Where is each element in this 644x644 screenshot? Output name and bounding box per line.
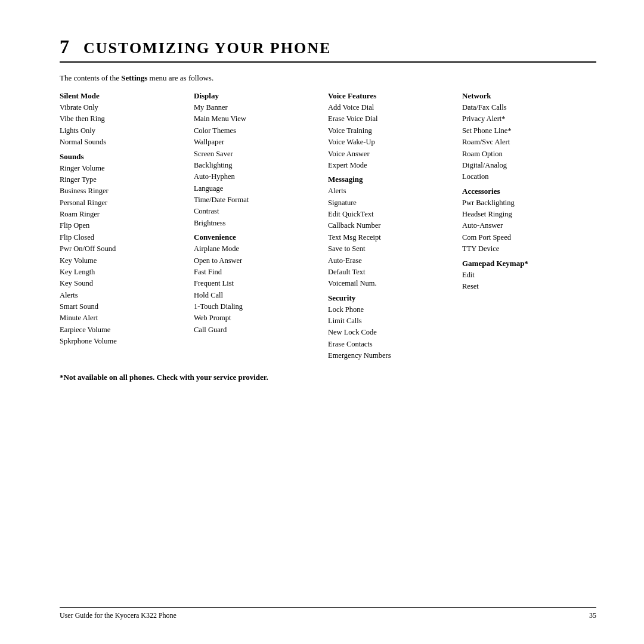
list-item: Ringer Type <box>60 174 188 185</box>
col-header-0-0: Silent Mode <box>60 91 188 101</box>
col-header-1-1: Convenience <box>194 233 322 242</box>
col-header-2-2: Security <box>328 293 456 303</box>
list-item: New Lock Code <box>328 327 456 338</box>
list-item: Frequent List <box>194 278 322 289</box>
list-item: Roam/Svc Alert <box>462 137 590 148</box>
col-header-1-0: Display <box>194 91 322 101</box>
list-item: Business Ringer <box>60 185 188 197</box>
col-header-2-0: Voice Features <box>328 91 456 101</box>
list-item: Pwr Backlighting <box>462 197 590 209</box>
list-item: Ringer Volume <box>60 163 188 174</box>
menu-table: Silent ModeVibrate OnlyVibe then RingLig… <box>60 91 596 362</box>
intro-prefix: The contents of the <box>60 73 121 82</box>
list-item: Normal Sounds <box>60 137 188 148</box>
chapter-title: Customizing Your Phone <box>83 39 331 57</box>
list-item: Voice Training <box>328 125 456 137</box>
list-item: Roam Option <box>462 148 590 160</box>
list-item: Language <box>194 183 322 194</box>
intro-text: The contents of the Settings menu are as… <box>60 73 596 83</box>
list-item: Alerts <box>60 290 188 301</box>
chapter-rule <box>60 61 596 63</box>
list-item: Signature <box>328 197 456 209</box>
list-item: Screen Saver <box>194 148 322 160</box>
footer-left: User Guide for the Kyocera K322 Phone <box>60 611 177 620</box>
list-item: Callback Number <box>328 220 456 231</box>
list-item: Erase Contacts <box>328 339 456 350</box>
list-item: Add Voice Dial <box>328 102 456 113</box>
list-item: Erase Voice Dial <box>328 113 456 125</box>
chapter-number: 7 <box>60 36 69 58</box>
list-item: Key Volume <box>60 255 188 267</box>
list-item: Privacy Alert* <box>462 113 590 125</box>
intro-suffix: menu are as follows. <box>147 73 213 82</box>
list-item: Headset Ringing <box>462 209 590 220</box>
list-item: Limit Calls <box>328 315 456 327</box>
list-item: Key Length <box>60 267 188 278</box>
list-item: Key Sound <box>60 278 188 289</box>
list-item: Spkrphone Volume <box>60 336 188 347</box>
list-item: Auto-Erase <box>328 255 456 267</box>
list-item: Call Guard <box>194 324 322 336</box>
footnote: *Not available on all phones. Check with… <box>60 373 596 382</box>
footer-right: 35 <box>589 611 596 620</box>
list-item: Contrast <box>194 206 322 217</box>
list-item: Voice Answer <box>328 148 456 160</box>
list-item: Save to Sent <box>328 243 456 255</box>
list-item: Vibrate Only <box>60 102 188 113</box>
list-item: Alerts <box>328 185 456 197</box>
list-item: Digital/Analog <box>462 160 590 171</box>
list-item: Main Menu View <box>194 113 322 125</box>
page: 7 Customizing Your Phone The contents of… <box>0 0 644 644</box>
list-item: TTY Device <box>462 243 590 255</box>
list-item: My Banner <box>194 102 322 113</box>
list-item: Fast Find <box>194 267 322 278</box>
chapter-heading: 7 Customizing Your Phone <box>60 36 596 58</box>
list-item: Earpiece Volume <box>60 324 188 336</box>
list-item: Lights Only <box>60 125 188 137</box>
list-item: Data/Fax Calls <box>462 102 590 113</box>
list-item: Flip Open <box>60 220 188 231</box>
list-item: Reset <box>462 281 590 292</box>
list-item: Color Themes <box>194 125 322 137</box>
list-item: Web Prompt <box>194 312 322 324</box>
list-item: Location <box>462 171 590 182</box>
list-item: Personal Ringer <box>60 197 188 209</box>
menu-column-3: NetworkData/Fax CallsPrivacy Alert*Set P… <box>462 91 596 362</box>
col-header-3-1: Accessories <box>462 187 590 196</box>
list-item: Set Phone Line* <box>462 125 590 137</box>
list-item: Vibe then Ring <box>60 113 188 125</box>
list-item: Brightness <box>194 218 322 229</box>
list-item: Minute Alert <box>60 312 188 324</box>
list-item: Roam Ringer <box>60 209 188 220</box>
footer: User Guide for the Kyocera K322 Phone 35 <box>60 607 596 620</box>
col-header-2-1: Messaging <box>328 175 456 184</box>
menu-column-1: DisplayMy BannerMain Menu ViewColor Them… <box>194 91 328 362</box>
col-header-0-1: Sounds <box>60 152 188 162</box>
list-item: Edit QuickText <box>328 209 456 220</box>
list-item: Emergency Numbers <box>328 350 456 361</box>
list-item: Airplane Mode <box>194 243 322 255</box>
list-item: Expert Mode <box>328 160 456 171</box>
list-item: Auto-Hyphen <box>194 171 322 182</box>
list-item: Edit <box>462 270 590 281</box>
list-item: Text Msg Receipt <box>328 232 456 243</box>
intro-bold: Settings <box>121 73 147 82</box>
list-item: Voicemail Num. <box>328 278 456 289</box>
list-item: Backlighting <box>194 160 322 171</box>
menu-column-0: Silent ModeVibrate OnlyVibe then RingLig… <box>60 91 194 362</box>
menu-column-2: Voice FeaturesAdd Voice DialErase Voice … <box>328 91 462 362</box>
list-item: Pwr On/Off Sound <box>60 243 188 255</box>
col-header-3-0: Network <box>462 91 590 101</box>
col-header-3-2: Gamepad Keymap* <box>462 259 590 268</box>
list-item: Lock Phone <box>328 304 456 315</box>
list-item: Hold Call <box>194 290 322 301</box>
list-item: Flip Closed <box>60 232 188 243</box>
list-item: Time/Date Format <box>194 194 322 206</box>
list-item: Voice Wake-Up <box>328 137 456 148</box>
list-item: Smart Sound <box>60 301 188 312</box>
list-item: Wallpaper <box>194 137 322 148</box>
list-item: Com Port Speed <box>462 232 590 243</box>
list-item: Default Text <box>328 267 456 278</box>
list-item: 1-Touch Dialing <box>194 301 322 312</box>
list-item: Open to Answer <box>194 255 322 267</box>
